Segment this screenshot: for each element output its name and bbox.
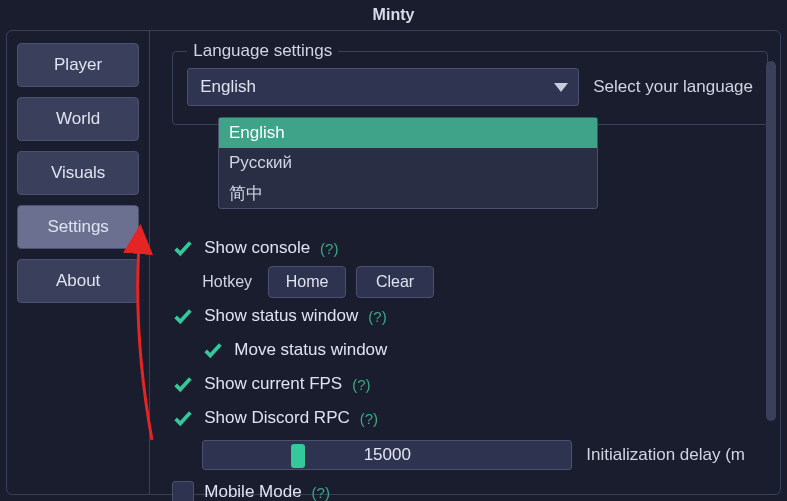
language-option-russian[interactable]: Русский — [219, 148, 597, 178]
hint-icon[interactable]: (?) — [360, 410, 378, 427]
show-console-checkbox[interactable] — [172, 237, 194, 259]
move-status-label: Move status window — [234, 340, 387, 360]
show-fps-label: Show current FPS — [204, 374, 342, 394]
app-title: Minty — [373, 6, 415, 24]
clear-button[interactable]: Clear — [356, 266, 434, 298]
hotkey-button[interactable]: Home — [268, 266, 346, 298]
scrollbar-thumb[interactable] — [766, 61, 776, 421]
show-status-checkbox[interactable] — [172, 305, 194, 327]
hotkey-label: Hotkey — [202, 273, 252, 291]
init-delay-value: 15000 — [364, 445, 411, 465]
hint-icon[interactable]: (?) — [312, 484, 330, 501]
sidebar-item-settings[interactable]: Settings — [17, 205, 139, 249]
language-label: Select your language — [593, 77, 753, 97]
show-fps-checkbox[interactable] — [172, 373, 194, 395]
mobile-mode-label: Mobile Mode — [204, 482, 301, 501]
init-delay-label: Initialization delay (m — [586, 445, 745, 465]
language-option-chinese[interactable]: 简中 — [219, 178, 597, 208]
show-console-label: Show console — [204, 238, 310, 258]
language-legend: Language settings — [187, 41, 338, 61]
sidebar-item-world[interactable]: World — [17, 97, 139, 141]
title-bar: Minty — [0, 0, 787, 30]
hint-icon[interactable]: (?) — [352, 376, 370, 393]
hint-icon[interactable]: (?) — [320, 240, 338, 257]
sidebar-item-about[interactable]: About — [17, 259, 139, 303]
slider-handle[interactable] — [291, 444, 305, 468]
hint-icon[interactable]: (?) — [368, 308, 386, 325]
move-status-checkbox[interactable] — [202, 339, 224, 361]
sidebar-item-player[interactable]: Player — [17, 43, 139, 87]
show-status-label: Show status window — [204, 306, 358, 326]
main-window: Player World Visuals Settings About Lang… — [6, 30, 781, 495]
show-rpc-label: Show Discord RPC — [204, 408, 350, 428]
sidebar: Player World Visuals Settings About — [7, 31, 150, 494]
scrollbar[interactable] — [766, 61, 776, 421]
sidebar-item-visuals[interactable]: Visuals — [17, 151, 139, 195]
show-rpc-checkbox[interactable] — [172, 407, 194, 429]
mobile-mode-checkbox[interactable] — [172, 481, 194, 501]
language-selected: English — [200, 77, 256, 97]
language-select[interactable]: English — [187, 68, 579, 106]
language-fieldset: Language settings English Select your la… — [172, 51, 768, 125]
language-dropdown: English Русский 简中 — [218, 117, 598, 209]
init-delay-slider[interactable]: 15000 — [202, 440, 572, 470]
chevron-down-icon — [554, 83, 568, 92]
main-panel: Language settings English Select your la… — [150, 31, 780, 494]
language-option-english[interactable]: English — [219, 118, 597, 148]
